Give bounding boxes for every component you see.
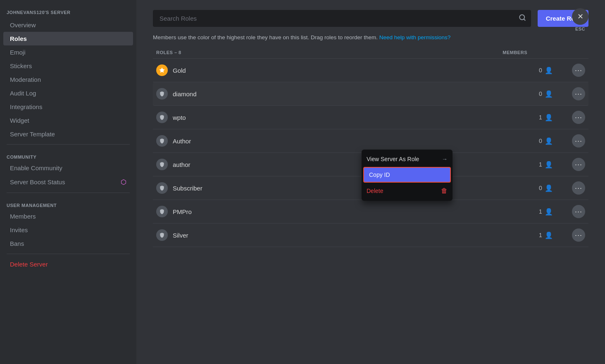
context-copy-id[interactable]: Copy ID xyxy=(363,167,451,183)
role-more-button[interactable]: ··· xyxy=(572,228,585,242)
sidebar-item-members[interactable]: Members xyxy=(3,209,133,223)
sidebar-item-server-boost-status[interactable]: Server Boost Status ⬡ xyxy=(3,175,133,189)
top-bar: Create Role xyxy=(153,10,588,27)
role-icon-shield xyxy=(156,159,168,170)
member-count: 0 xyxy=(539,138,542,144)
role-name: Silver xyxy=(173,232,539,239)
esc-close-button[interactable]: ✕ xyxy=(572,8,588,25)
role-more-button[interactable]: ··· xyxy=(572,64,585,77)
member-count: 1 xyxy=(539,114,542,121)
sidebar-item-integrations[interactable]: Integrations xyxy=(3,100,133,114)
role-icon-gold xyxy=(156,64,168,76)
sidebar-item-label: Roles xyxy=(10,35,27,42)
role-members: 1 👤 xyxy=(539,161,572,169)
arrow-right-icon: → xyxy=(442,156,448,162)
help-link[interactable]: Need help with permissions? xyxy=(379,34,451,40)
sidebar-item-emoji[interactable]: Emoji xyxy=(3,45,133,59)
table-row: Gold 0 👤 ··· xyxy=(153,59,588,82)
member-count: 0 xyxy=(539,67,542,74)
sidebar-item-label: Server Boost Status xyxy=(10,178,65,186)
sidebar-divider xyxy=(7,144,130,145)
role-more-button[interactable]: ··· xyxy=(572,158,585,171)
context-menu-label: Delete xyxy=(367,188,383,194)
role-name: Subscriber xyxy=(173,185,539,192)
sidebar-item-label: Enable Community xyxy=(10,164,62,171)
role-icon-shield xyxy=(156,112,168,123)
person-icon: 👤 xyxy=(545,137,553,145)
server-name: JOHNEVANS120'S SERVER xyxy=(0,7,136,18)
community-section-label: COMMUNITY xyxy=(0,148,136,161)
boost-icon: ⬡ xyxy=(121,178,126,186)
role-members: 1 👤 xyxy=(539,114,572,121)
search-input[interactable] xyxy=(153,10,531,27)
help-text-content: Members use the color of the highest rol… xyxy=(153,34,378,40)
member-count: 1 xyxy=(539,232,542,238)
sidebar-item-widget[interactable]: Widget xyxy=(3,114,133,127)
role-name: wpto xyxy=(173,114,539,121)
role-more-button[interactable]: ··· xyxy=(572,181,585,195)
table-row: Silver 1 👤 ··· xyxy=(153,224,588,247)
sidebar-item-enable-community[interactable]: Enable Community xyxy=(3,161,133,175)
roles-list: Gold 0 👤 ··· diamond 0 👤 ··· View Server… xyxy=(153,59,588,247)
person-icon: 👤 xyxy=(545,90,553,98)
trash-icon: 🗑 xyxy=(441,187,448,195)
table-row: PMPro 1 👤 ··· xyxy=(153,200,588,224)
sidebar-item-bans[interactable]: Bans xyxy=(3,237,133,250)
role-more-button[interactable]: ··· xyxy=(572,87,585,100)
member-count: 0 xyxy=(539,90,542,97)
sidebar-item-overview[interactable]: Overview xyxy=(3,18,133,32)
context-menu-label: View Server As Role xyxy=(367,156,419,162)
person-icon: 👤 xyxy=(545,231,553,239)
sidebar-item-label: Invites xyxy=(10,226,28,233)
context-view-server-as-role[interactable]: View Server As Role → xyxy=(362,152,453,166)
sidebar-item-label: Widget xyxy=(10,117,29,124)
members-label: MEMBERS xyxy=(503,50,527,55)
role-members: 1 👤 xyxy=(539,231,572,239)
sidebar-item-stickers[interactable]: Stickers xyxy=(3,59,133,73)
context-menu: View Server As Role → Copy ID Delete 🗑 xyxy=(362,150,453,201)
role-name: author xyxy=(173,161,539,168)
user-management-section-label: USER MANAGEMENT xyxy=(0,196,136,209)
table-row: diamond 0 👤 ··· xyxy=(153,82,588,106)
role-members: 0 👤 xyxy=(539,90,572,98)
sidebar-item-label: Emoji xyxy=(10,49,26,56)
close-icon: ✕ xyxy=(577,12,584,21)
sidebar-item-roles[interactable]: Roles xyxy=(3,32,133,45)
person-icon: 👤 xyxy=(545,114,553,121)
sidebar-item-invites[interactable]: Invites xyxy=(3,223,133,237)
sidebar-item-label: Audit Log xyxy=(10,90,36,97)
sidebar-item-label: Server Template xyxy=(10,131,55,138)
sidebar-item-audit-log[interactable]: Audit Log xyxy=(3,86,133,100)
member-count: 1 xyxy=(539,208,542,215)
member-count: 1 xyxy=(539,161,542,168)
role-more-button[interactable]: ··· xyxy=(572,205,585,218)
role-members: 0 👤 xyxy=(539,137,572,145)
role-icon-shield xyxy=(156,206,168,217)
sidebar: JOHNEVANS120'S SERVER Overview Roles Emo… xyxy=(0,0,136,364)
person-icon: 👤 xyxy=(545,161,553,169)
context-delete[interactable]: Delete 🗑 xyxy=(362,183,453,198)
main-content: ✕ ESC Create Role Members use the color … xyxy=(136,0,605,364)
esc-button[interactable]: ✕ ESC xyxy=(572,8,588,31)
role-more-button[interactable]: ··· xyxy=(572,134,585,148)
search-container xyxy=(153,10,531,27)
sidebar-item-moderation[interactable]: Moderation xyxy=(3,73,133,86)
sidebar-item-label: Members xyxy=(10,213,36,220)
table-row: wpto 1 👤 ··· xyxy=(153,106,588,129)
role-name: PMPro xyxy=(173,208,539,215)
sidebar-item-label: Stickers xyxy=(10,62,32,69)
role-icon-shield xyxy=(156,88,168,100)
help-text: Members use the color of the highest rol… xyxy=(153,33,588,42)
role-members: 1 👤 xyxy=(539,208,572,216)
sidebar-item-label: Bans xyxy=(10,240,24,247)
role-name: Gold xyxy=(173,67,539,74)
role-icon-shield xyxy=(156,182,168,194)
sidebar-item-server-template[interactable]: Server Template xyxy=(3,127,133,141)
roles-count-label: ROLES – 8 xyxy=(156,50,503,55)
sidebar-divider-2 xyxy=(7,193,130,193)
role-name: diamond xyxy=(173,90,539,98)
role-more-button[interactable]: ··· xyxy=(572,111,585,124)
role-icon-shield xyxy=(156,229,168,241)
sidebar-item-delete-server[interactable]: Delete Server xyxy=(3,257,133,271)
esc-label: ESC xyxy=(575,26,585,31)
